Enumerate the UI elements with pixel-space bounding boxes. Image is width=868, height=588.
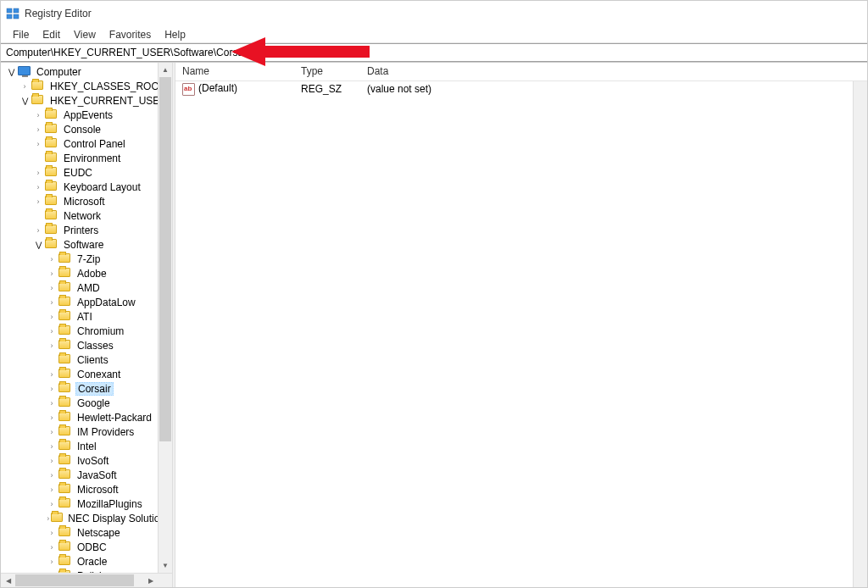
expander-closed-icon[interactable]: › — [47, 297, 57, 308]
menu-view[interactable]: View — [67, 27, 103, 42]
expander-closed-icon[interactable]: › — [47, 470, 57, 480]
tree-item[interactable]: ›Chromium — [3, 324, 172, 338]
tree-item-label: Keyboard Layout — [62, 181, 142, 193]
folder-icon — [58, 311, 72, 322]
tree-item[interactable]: ›MozillaPlugins — [3, 496, 172, 511]
expander-closed-icon[interactable]: › — [47, 341, 57, 351]
expander-closed-icon[interactable]: › — [47, 542, 57, 552]
expander-closed-icon[interactable]: › — [47, 283, 57, 293]
tree-vertical-scrollbar[interactable]: ▲ ▼ — [158, 63, 172, 573]
tree-item[interactable]: ›Microsoft — [3, 194, 172, 208]
expander-closed-icon[interactable]: › — [47, 456, 57, 466]
expander-closed-icon[interactable]: › — [47, 269, 57, 279]
tree-item[interactable]: ›Intel — [3, 439, 172, 453]
expander-closed-icon[interactable]: › — [19, 81, 30, 92]
expander-closed-icon[interactable]: › — [33, 168, 43, 178]
expander-closed-icon[interactable]: › — [47, 513, 49, 524]
col-name[interactable]: Name — [175, 63, 294, 80]
expander-closed-icon[interactable]: › — [47, 398, 57, 408]
expander-closed-icon[interactable]: › — [33, 182, 43, 192]
col-type[interactable]: Type — [294, 63, 360, 80]
values-vertical-scrollbar[interactable] — [853, 81, 867, 587]
scroll-thumb-h[interactable] — [15, 574, 134, 586]
tree-item[interactable]: ›IM Providers — [3, 424, 172, 439]
tree-item[interactable]: Clients — [3, 352, 172, 367]
expander-closed-icon[interactable]: › — [47, 326, 57, 336]
registry-tree[interactable]: ⋁Computer›HKEY_CLASSES_ROOT⋁HKEY_CURRENT… — [1, 63, 172, 585]
folder-icon — [58, 397, 72, 408]
tree-item-label: Console — [62, 124, 103, 136]
expander-closed-icon[interactable]: › — [47, 413, 57, 423]
address-path[interactable]: Computer\HKEY_CURRENT_USER\Software\Cors… — [6, 47, 862, 58]
tree-item[interactable]: ›AppDataLow — [3, 295, 172, 309]
values-list[interactable]: (Default)REG_SZ(value not set) — [175, 81, 867, 587]
tree-item-label: MozillaPlugins — [75, 498, 144, 510]
expander-closed-icon[interactable]: › — [47, 485, 57, 495]
tree-item[interactable]: ›Corsair — [3, 381, 172, 396]
tree-item[interactable]: ›EUDC — [3, 165, 172, 180]
menu-edit[interactable]: Edit — [36, 27, 67, 42]
tree-item[interactable]: Network — [3, 208, 172, 223]
expander-closed-icon[interactable]: › — [47, 369, 57, 380]
tree-item[interactable]: ›Google — [3, 396, 172, 410]
expander-closed-icon[interactable]: › — [47, 441, 57, 452]
tree-item[interactable]: Environment — [3, 151, 172, 165]
tree-item[interactable]: ›Console — [3, 122, 172, 136]
tree-item[interactable]: ⋁Software — [3, 237, 172, 252]
tree-item[interactable]: ›Control Panel — [3, 136, 172, 151]
expander-closed-icon[interactable]: › — [33, 125, 43, 135]
tree-item-label: Printers — [62, 225, 100, 236]
scroll-down-icon[interactable]: ▼ — [159, 558, 172, 573]
col-data[interactable]: Data — [360, 63, 615, 80]
tree-item[interactable]: ⋁HKEY_CURRENT_USER — [3, 93, 172, 108]
tree-item[interactable]: ⋁Computer — [3, 64, 172, 79]
expander-closed-icon[interactable]: › — [33, 225, 43, 236]
tree-item[interactable]: ›IvoSoft — [3, 453, 172, 468]
address-bar[interactable]: Computer\HKEY_CURRENT_USER\Software\Cors… — [1, 43, 867, 62]
tree-item[interactable]: ›ODBC — [3, 540, 172, 554]
menu-help[interactable]: Help — [158, 27, 192, 42]
scroll-left-icon[interactable]: ◀ — [1, 574, 15, 587]
value-row[interactable]: (Default)REG_SZ(value not set) — [175, 81, 867, 97]
menu-file[interactable]: File — [6, 27, 36, 42]
tree-item[interactable]: ›ATI — [3, 309, 172, 324]
expander-open-icon[interactable]: ⋁ — [33, 240, 43, 250]
expander-closed-icon[interactable]: › — [47, 557, 57, 567]
tree-item[interactable]: ›Netscape — [3, 525, 172, 540]
expander-closed-icon[interactable]: › — [33, 197, 43, 207]
folder-icon — [31, 80, 45, 92]
folder-icon — [58, 282, 72, 293]
scroll-right-icon[interactable]: ▶ — [143, 574, 158, 587]
expander-closed-icon[interactable]: › — [47, 528, 57, 538]
tree-item[interactable]: ›NEC Display Solutions — [3, 511, 172, 525]
expander-closed-icon[interactable]: › — [47, 427, 57, 437]
expander-closed-icon[interactable]: › — [47, 384, 57, 394]
tree-item[interactable]: ›Hewlett-Packard — [3, 410, 172, 424]
expander-closed-icon[interactable]: › — [47, 312, 57, 322]
values-pane: Name Type Data (Default)REG_SZ(value not… — [175, 63, 867, 587]
expander-closed-icon[interactable]: › — [47, 254, 57, 264]
scroll-up-icon[interactable]: ▲ — [159, 63, 172, 77]
tree-item[interactable]: ›Adobe — [3, 266, 172, 280]
tree-item[interactable]: ›AppEvents — [3, 108, 172, 122]
tree-item[interactable]: ›AMD — [3, 280, 172, 295]
tree-item[interactable]: ›JavaSoft — [3, 468, 172, 482]
tree-item[interactable]: ›7-Zip — [3, 252, 172, 266]
tree-item[interactable]: ›HKEY_CLASSES_ROOT — [3, 79, 172, 93]
tree-item-label: ATI — [75, 311, 94, 323]
expander-closed-icon[interactable]: › — [33, 110, 43, 120]
tree-item[interactable]: ›Keyboard Layout — [3, 180, 172, 194]
tree-item[interactable]: ›Classes — [3, 338, 172, 352]
expander-open-icon[interactable]: ⋁ — [6, 67, 16, 77]
expander-closed-icon[interactable]: › — [47, 499, 57, 509]
tree-item[interactable]: ›Printers — [3, 223, 172, 237]
tree-item[interactable]: ›Conexant — [3, 367, 172, 381]
tree-item[interactable]: ›Oracle — [3, 554, 172, 569]
scroll-thumb[interactable] — [159, 77, 171, 441]
tree-horizontal-scrollbar[interactable]: ◀ ▶ — [1, 573, 172, 587]
tree-item[interactable]: ›Microsoft — [3, 482, 172, 496]
menu-favorites[interactable]: Favorites — [103, 27, 158, 42]
expander-open-icon[interactable]: ⋁ — [19, 96, 30, 106]
tree-item-label: Conexant — [75, 369, 122, 380]
expander-closed-icon[interactable]: › — [33, 139, 43, 149]
